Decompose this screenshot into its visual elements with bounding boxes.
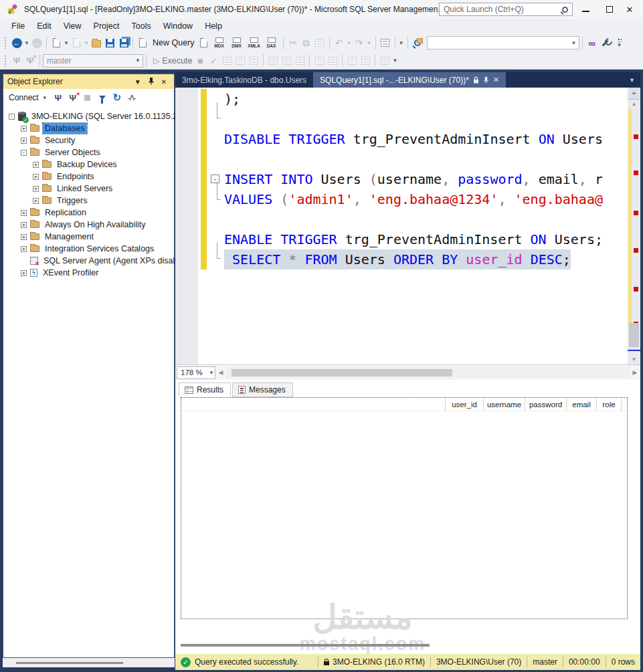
collapse-icon[interactable]: - [21,150,27,156]
find-combobox-dropdown-icon[interactable]: ▼ [569,40,579,46]
tree-item-3mo-elking-sql-server-16-0-1135-2[interactable]: -3MO-ELKING (SQL Server 16.0.1135.2 - [3,110,174,122]
tree-item-label[interactable]: Endpoints [55,171,96,182]
change-connection-icon[interactable]: Ψ [23,53,37,68]
tree-item-label[interactable]: Integration Services Catalogs [43,243,156,254]
tree-item-endpoints[interactable]: +Endpoints [3,171,174,183]
zoom-combobox[interactable]: 178 % ▼ [177,366,215,379]
expand-icon[interactable]: + [21,126,27,132]
expand-icon[interactable]: + [21,210,27,216]
tree-item-integration-services-catalogs[interactable]: +Integration Services Catalogs [3,243,174,255]
scrollbar-track[interactable] [628,109,640,354]
results-to-text-button[interactable] [266,53,280,68]
expand-icon[interactable]: + [21,222,27,228]
copy-button[interactable]: ⧉ [300,35,313,50]
error-marker-icon[interactable] [634,248,638,253]
document-list-caret-icon[interactable]: ▼ [629,77,640,84]
find-in-files-button[interactable] [411,35,424,50]
new-query-button[interactable]: New Query [153,38,195,47]
add-item-dropdown-icon[interactable]: ▼ [83,40,90,46]
pin-icon[interactable] [483,76,489,84]
filter-icon[interactable] [95,91,110,104]
tree-item-backup-devices[interactable]: +Backup Devices [3,158,174,171]
tree-item-label[interactable]: Triggers [55,195,89,206]
quick-launch-input[interactable]: Quick Launch (Ctrl+Q) [439,3,573,16]
tree-item-databases[interactable]: +Databases [3,122,174,134]
error-marker-icon[interactable] [634,287,638,292]
zoom-dropdown-icon[interactable]: ▼ [208,370,215,376]
code-line-7[interactable] [224,209,627,229]
code-line-2[interactable] [224,109,627,129]
code-line-6[interactable]: VALUES ('admin1', 'eng.bahaa@1234', 'eng… [224,189,627,209]
tree-item-label[interactable]: Security [43,135,77,146]
tree-item-label[interactable]: Management [43,231,96,242]
expand-icon[interactable]: + [33,186,39,192]
live-query-stats-button[interactable] [247,53,260,68]
maximize-button[interactable] [598,0,621,19]
menu-project[interactable]: Project [88,19,126,33]
tree-item-label[interactable]: Backup Devices [55,159,119,170]
open-file-button[interactable] [90,35,103,50]
code-line-5[interactable]: INSERT INTO Users (username, password, e… [224,169,627,189]
code-line-9[interactable]: SELECT * FROM Users ORDER BY user_id DES… [224,249,627,269]
paste-button[interactable] [313,35,327,50]
tree-item-sql-server-agent-agent-xps-disabl[interactable]: SQL Server Agent (Agent XPs disabl [3,255,174,267]
tree-item-management[interactable]: +Management [3,231,174,243]
connect-dropdown-button[interactable]: Connect▼ [6,93,51,102]
error-marker-icon[interactable] [634,211,638,215]
add-item-button[interactable] [70,35,83,50]
new-query-current-connection-button[interactable] [197,35,211,50]
tab-messages[interactable]: Messages [232,382,293,397]
toolbar2-overflow-icon[interactable]: ▼ [391,58,398,64]
save-button[interactable] [103,35,116,50]
new-project-button[interactable] [50,35,63,50]
cut-button[interactable]: ✂ [286,35,300,50]
tree-item-label[interactable]: 3MO-ELKING (SQL Server 16.0.1135.2 - [29,111,185,122]
results-grid[interactable]: user_idusernamepasswordemailrole [181,397,628,619]
error-marker-icon[interactable] [634,134,638,139]
menu-tools[interactable]: Tools [125,19,157,33]
indent-button[interactable] [359,53,372,68]
tree-item-security[interactable]: +Security [3,134,174,146]
column-header-user_id[interactable]: user_id [445,398,483,411]
undo-dropdown-icon[interactable]: ▼ [346,40,353,46]
menu-view[interactable]: View [58,19,88,33]
new-dmx-query-button[interactable]: DMX [228,37,246,48]
column-header-email[interactable]: email [566,398,596,411]
column-header-username[interactable]: username [483,398,525,411]
tree-item-label[interactable]: Databases [43,123,87,134]
template-parameters-button[interactable] [220,53,234,68]
code-lines[interactable]: );DISABLE TRIGGER trg_PreventAdminInsert… [224,89,627,269]
sql-editor[interactable]: );DISABLE TRIGGER trg_PreventAdminInsert… [175,88,640,364]
expand-icon[interactable]: + [21,270,27,276]
scrollbar-thumb[interactable] [629,323,639,347]
expand-icon[interactable]: + [21,234,27,240]
tool-dropdown-icon[interactable]: ▼ [398,40,405,46]
tree-item-xevent-profiler[interactable]: +ϟXEvent Profiler [3,267,174,279]
tab-taskinodb-users[interactable]: 3mo-Elking.TaskinoDB - dbo.Users [175,72,313,88]
expand-icon[interactable]: + [33,162,39,168]
activity-monitor-icon[interactable]: -Λ- [124,91,139,104]
tree-item-linked-servers[interactable]: +Linked Servers [3,183,174,195]
find-combobox[interactable]: ▼ [427,36,579,49]
cancel-query-button[interactable]: ■ [193,53,207,68]
scroll-up-icon[interactable]: ▲ [628,100,640,109]
toolbar-grip[interactable] [4,37,7,49]
object-explorer-hscrollbar[interactable] [3,658,175,667]
connect-icon[interactable]: Ψ [10,53,23,68]
editor-vscrollbar[interactable]: ÷ ▲ ▼ [628,88,640,364]
redo-button[interactable]: ↷ [353,35,366,50]
menu-edit[interactable]: Edit [31,19,58,33]
save-all-button[interactable] [116,35,130,50]
menu-file[interactable]: File [5,19,31,33]
new-mdx-query-button[interactable]: MDX [211,37,228,48]
stop-icon[interactable] [80,91,95,104]
code-line-1[interactable]: ); [224,89,627,109]
new-xmla-query-button[interactable]: XMLA [246,37,263,48]
new-project-dropdown-icon[interactable]: ▼ [63,40,70,46]
tab-close-icon[interactable]: ✕ [493,76,499,84]
connect-object-explorer-icon[interactable]: Ψ [51,91,66,104]
tab-results[interactable]: Results [179,382,231,397]
pin-icon[interactable] [145,77,158,86]
tree-item-label[interactable]: Linked Servers [55,183,114,194]
customize-wrench-icon[interactable] [599,35,612,50]
